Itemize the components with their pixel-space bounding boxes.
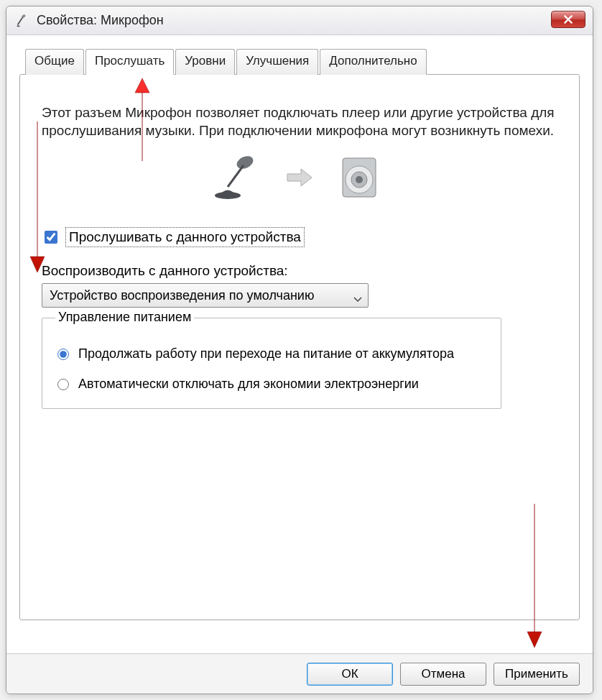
arrow-right-icon <box>285 167 314 188</box>
titlebar[interactable]: Свойства: Микрофон <box>6 6 593 35</box>
cancel-button[interactable]: Отмена <box>400 663 486 686</box>
window-title: Свойства: Микрофон <box>37 13 164 28</box>
listen-checkbox-label[interactable]: Прослушивать с данного устройства <box>65 227 305 247</box>
apply-button[interactable]: Применить <box>494 663 580 686</box>
svg-point-1 <box>235 154 256 172</box>
tab-general[interactable]: Общие <box>25 49 84 75</box>
tab-enhancements[interactable]: Улучшения <box>236 49 318 75</box>
playback-device-label: Воспроизводить с данного устройства: <box>42 263 557 279</box>
radio-auto-off-label: Автоматически отключать для экономии эле… <box>78 376 419 392</box>
radio-continue-label: Продолжать работу при переходе на питани… <box>78 346 454 362</box>
radio-continue-row[interactable]: Продолжать работу при переходе на питани… <box>54 346 489 362</box>
tabpanel-listen: Этот разъем Микрофон позволяет подключат… <box>19 74 580 620</box>
microphone-icon <box>14 12 31 29</box>
playback-device-selected: Устройство воспроизведения по умолчанию <box>50 288 314 303</box>
speaker-device-icon <box>334 152 384 203</box>
power-management-legend: Управление питанием <box>55 310 194 325</box>
listen-checkbox-row: Прослушивать с данного устройства <box>42 227 557 247</box>
tab-listen[interactable]: Прослушать <box>85 49 174 75</box>
close-button[interactable] <box>551 11 585 28</box>
power-management-group: Управление питанием Продолжать работу пр… <box>42 318 501 409</box>
tab-levels[interactable]: Уровни <box>175 49 235 75</box>
radio-auto-off[interactable] <box>57 379 69 390</box>
svg-point-6 <box>356 176 363 183</box>
description-text: Этот разъем Микрофон позволяет подключат… <box>42 103 557 139</box>
tabstrip: Общие Прослушать Уровни Улучшения Дополн… <box>25 48 580 74</box>
microphone-properties-dialog: Свойства: Микрофон Общие Прослушать Уров… <box>6 6 593 694</box>
close-icon <box>563 14 573 24</box>
chevron-down-icon <box>353 291 362 306</box>
button-bar: ОК Отмена Применить <box>6 653 593 694</box>
device-illustration <box>42 152 557 203</box>
microphone-device-icon <box>215 152 265 203</box>
radio-continue[interactable] <box>57 349 69 360</box>
dialog-content: Общие Прослушать Уровни Улучшения Дополн… <box>6 35 593 653</box>
playback-device-select[interactable]: Устройство воспроизведения по умолчанию <box>42 283 369 308</box>
tab-advanced[interactable]: Дополнительно <box>320 49 426 75</box>
ok-button[interactable]: ОК <box>307 663 393 686</box>
listen-checkbox[interactable] <box>45 231 57 244</box>
svg-point-2 <box>215 192 241 199</box>
radio-auto-off-row[interactable]: Автоматически отключать для экономии эле… <box>54 376 489 392</box>
